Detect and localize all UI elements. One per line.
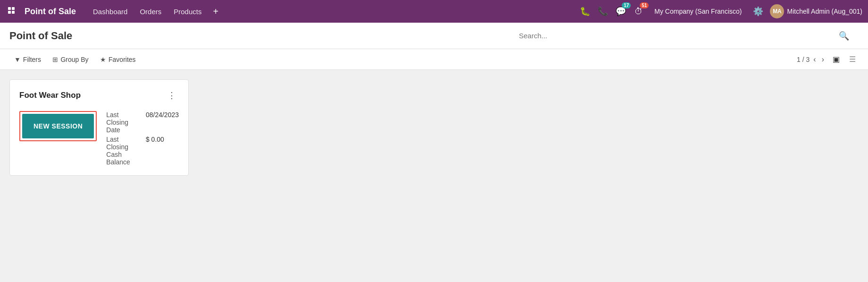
grid-menu-icon[interactable] [6, 5, 19, 18]
svg-rect-3 [12, 11, 15, 14]
debug-icon[interactable]: 🐛 [578, 4, 592, 18]
filters-button[interactable]: ▼ Filters [9, 54, 46, 65]
chat-badge: 17 [622, 2, 631, 9]
main-content: Foot Wear Shop ⋮ NEW SESSION Last Closin… [0, 70, 868, 282]
search-bar: 🔍 [519, 31, 849, 41]
pagination: 1 / 3 ‹ › [797, 54, 826, 65]
search-input[interactable] [519, 32, 839, 40]
last-closing-date-value: 08/24/2023 [146, 111, 179, 134]
page-title: Point of Sale [9, 30, 72, 42]
kanban-view-button[interactable]: ▣ [830, 53, 843, 65]
avatar: MA [770, 4, 784, 18]
card-body: NEW SESSION Last Closing Date 08/24/2023… [19, 111, 179, 166]
card-info: Last Closing Date 08/24/2023 Last Closin… [106, 111, 179, 166]
group-by-button[interactable]: ⊞ Group By [48, 54, 93, 65]
nav-icons: 🐛 📞 💬 17 ⏱ 51 My Company (San Francisco)… [578, 4, 862, 18]
svg-rect-2 [8, 11, 11, 14]
new-session-button[interactable]: NEW SESSION [22, 114, 94, 138]
prev-page-button[interactable]: ‹ [811, 54, 818, 65]
svg-rect-0 [8, 7, 11, 10]
nav-products[interactable]: Products [169, 6, 206, 17]
top-nav: Point of Sale Dashboard Orders Products … [0, 0, 868, 23]
filter-right: 1 / 3 ‹ › ▣ ☰ [797, 53, 859, 65]
activity-icon[interactable]: ⏱ 51 [632, 4, 646, 18]
pos-card: Foot Wear Shop ⋮ NEW SESSION Last Closin… [9, 79, 189, 176]
nav-orders[interactable]: Orders [135, 6, 166, 17]
last-closing-cash-value: $ 0.00 [146, 136, 179, 166]
card-menu-button[interactable]: ⋮ [165, 89, 179, 102]
nav-add-button[interactable]: + [209, 5, 222, 18]
activity-badge: 51 [640, 2, 649, 9]
nav-dashboard[interactable]: Dashboard [88, 6, 132, 17]
chat-icon[interactable]: 💬 17 [614, 4, 628, 18]
list-view-button[interactable]: ☰ [846, 53, 859, 65]
search-icon[interactable]: 🔍 [839, 31, 849, 41]
last-closing-cash-label: Last Closing Cash Balance [106, 136, 138, 166]
filter-bar: ▼ Filters ⊞ Group By ★ Favorites 1 / 3 ‹… [0, 49, 868, 70]
card-header: Foot Wear Shop ⋮ [19, 89, 179, 102]
group-by-icon: ⊞ [52, 56, 58, 63]
user-name: Mitchell Admin (Aug_001) [787, 8, 862, 15]
user-menu[interactable]: MA Mitchell Admin (Aug_001) [770, 4, 862, 18]
sub-header: Point of Sale 🔍 [0, 23, 868, 49]
card-title: Foot Wear Shop [19, 91, 81, 100]
filter-actions: ▼ Filters ⊞ Group By ★ Favorites [9, 54, 795, 65]
new-session-wrapper: NEW SESSION [19, 111, 97, 141]
next-page-button[interactable]: › [820, 54, 826, 65]
star-icon: ★ [100, 56, 106, 63]
filter-icon: ▼ [14, 56, 21, 63]
favorites-button[interactable]: ★ Favorites [95, 54, 141, 65]
app-name: Point of Sale [25, 7, 76, 17]
company-label[interactable]: My Company (San Francisco) [650, 8, 746, 15]
settings-icon[interactable]: ⚙️ [750, 6, 766, 17]
svg-rect-1 [12, 7, 15, 10]
phone-icon[interactable]: 📞 [596, 4, 610, 18]
last-closing-date-label: Last Closing Date [106, 111, 138, 134]
